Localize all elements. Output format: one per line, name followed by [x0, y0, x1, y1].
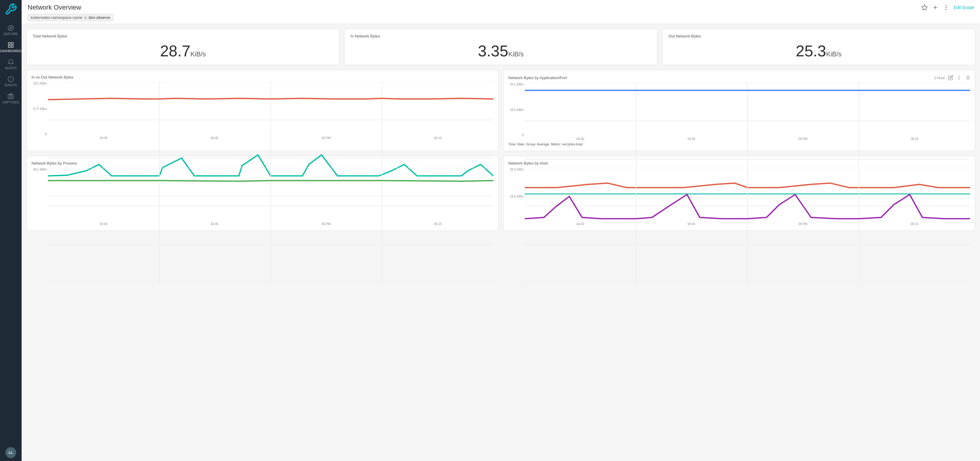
sidebar: EXPLORE DASHBOARDS ALERTS EVENTS CAPTURE…	[0, 0, 22, 461]
sidebar-item-label: EXPLORE	[3, 32, 18, 36]
metric-value: 28.7KiB/s	[33, 43, 333, 59]
chart-area	[48, 82, 493, 136]
svg-point-14	[946, 5, 947, 6]
y-axis: 39.1 KiB/s 19.5 KiB/s 0	[508, 83, 525, 137]
metric-value: 3.35KiB/s	[350, 43, 651, 59]
chart-controls: 1 hour	[934, 75, 970, 80]
chart-area	[525, 83, 970, 137]
scope-op: is	[84, 15, 87, 20]
sidebar-bottom: LL	[5, 447, 16, 458]
svg-point-15	[946, 7, 947, 8]
scope-filter: kubernetes.namespace.name is ibm-observe	[28, 14, 974, 21]
chart-area	[525, 168, 970, 222]
metric-total-network-bytes: Total Network Bytes 28.7KiB/s	[26, 29, 339, 65]
time-label: 1 hour	[934, 76, 945, 80]
sidebar-item-events[interactable]: EVENTS	[0, 73, 22, 90]
more-options-icon[interactable]	[943, 4, 950, 11]
scope-val: ibm-observe	[89, 15, 110, 20]
sidebar-item-label: EVENTS	[5, 84, 17, 87]
list-icon[interactable]	[965, 75, 970, 80]
charts-row-1: In vs Out Network Bytes 19.5 KiB/s 9.77 …	[26, 70, 975, 151]
svg-rect-3	[11, 43, 13, 44]
metrics-row: Total Network Bytes 28.7KiB/s In Network…	[26, 29, 975, 65]
chart-in-vs-out: In vs Out Network Bytes 19.5 KiB/s 9.77 …	[26, 70, 498, 151]
y-axis: 39.1 KiB/s	[32, 168, 48, 222]
svg-rect-4	[8, 46, 10, 48]
sidebar-item-label: ALERTS	[5, 67, 17, 70]
metric-out-network-bytes: Out Network Bytes 25.3KiB/s	[662, 29, 975, 65]
sidebar-item-alerts[interactable]: ALERTS	[0, 56, 22, 73]
svg-marker-1	[10, 27, 12, 29]
edit-icon[interactable]	[948, 75, 953, 80]
app-logo	[5, 3, 17, 16]
sidebar-item-dashboards[interactable]: DASHBOARDS	[0, 39, 22, 56]
metric-title: Total Network Bytes	[33, 34, 333, 38]
dashboard-content: Total Network Bytes 28.7KiB/s In Network…	[22, 24, 980, 461]
svg-point-25	[959, 77, 959, 78]
chart-by-app-port: Network Bytes by Application/Port 1 hour	[503, 70, 975, 151]
y-axis: 29.3 KiB/s 19.5 KiB/s	[508, 168, 525, 222]
chart-area	[48, 168, 493, 222]
metric-title: In Network Bytes	[350, 34, 651, 38]
main-content: Network Overview Edit Scope kubernetes.n…	[22, 0, 980, 461]
chart-title: In vs Out Network Bytes	[32, 75, 73, 79]
svg-rect-2	[8, 43, 10, 44]
y-axis: 19.5 KiB/s 9.77 KiB/s 0	[32, 82, 48, 136]
svg-point-0	[8, 25, 13, 30]
metric-in-network-bytes: In Network Bytes 3.35KiB/s	[344, 29, 657, 65]
sidebar-item-label: DASHBOARDS	[0, 49, 21, 53]
svg-point-16	[946, 9, 947, 10]
star-icon[interactable]	[921, 4, 928, 11]
svg-point-24	[959, 76, 959, 76]
page-title: Network Overview	[28, 3, 81, 11]
svg-point-26	[959, 79, 959, 80]
sidebar-item-explore[interactable]: EXPLORE	[0, 22, 22, 39]
sidebar-item-captures[interactable]: CAPTURES	[0, 90, 22, 107]
page-header: Network Overview Edit Scope kubernetes.n…	[22, 0, 980, 24]
metric-title: Out Network Bytes	[668, 34, 969, 38]
scope-key: kubernetes.namespace.name	[31, 15, 82, 20]
header-actions: Edit Scope	[921, 4, 974, 11]
svg-rect-5	[11, 46, 13, 48]
user-avatar[interactable]: LL	[5, 447, 16, 458]
chart-title: Network Bytes by Application/Port	[508, 76, 567, 80]
sidebar-item-label: CAPTURES	[3, 101, 19, 104]
svg-marker-11	[922, 5, 927, 10]
svg-point-10	[10, 95, 12, 97]
edit-scope-button[interactable]: Edit Scope	[954, 5, 974, 10]
plus-icon[interactable]	[932, 4, 939, 11]
more-icon[interactable]	[956, 75, 962, 80]
metric-value: 25.3KiB/s	[668, 43, 969, 59]
